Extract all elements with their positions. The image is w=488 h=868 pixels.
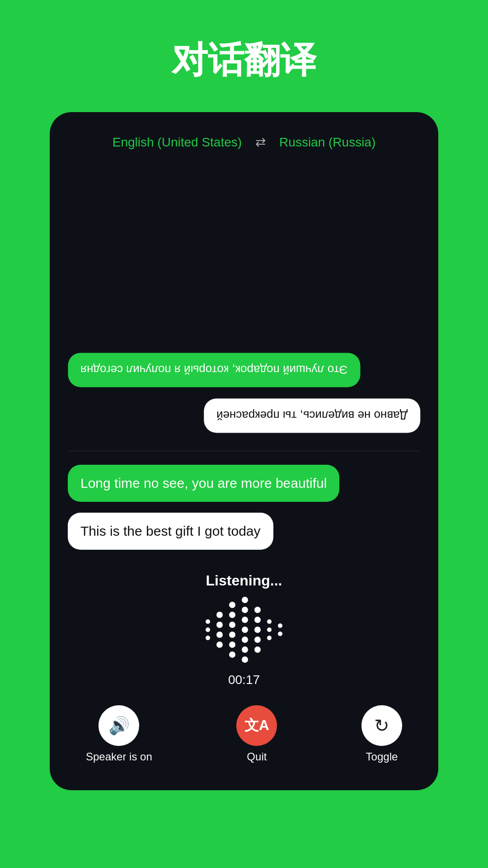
dot [216,612,223,618]
dot [206,627,210,632]
target-language[interactable]: Russian (Russia) [279,135,375,150]
audio-waveform [206,598,282,661]
quit-button[interactable]: 文A [236,705,277,746]
waveform-col-5 [254,607,261,653]
dot [254,607,261,613]
quit-icon: 文A [244,716,269,736]
waveform-col-3 [229,602,235,658]
toggle-icon: ↻ [374,715,389,736]
dot [242,646,248,653]
dot [254,637,261,643]
speaker-icon: 🔊 [108,716,130,736]
dot [216,632,223,638]
toggle-control: ↻ Toggle [361,705,402,763]
message-ru1: Это лучший подарок, который я получил се… [68,353,360,387]
speaker-control: 🔊 Speaker is on [86,705,152,763]
dot [229,622,235,628]
dot [229,651,235,658]
dot [242,656,248,663]
dot [267,636,272,640]
dot [229,602,235,608]
dot [229,612,235,618]
dot [229,642,235,648]
listening-status: Listening... [206,572,282,589]
dot [216,622,223,628]
dot [278,632,282,636]
quit-label: Quit [247,750,267,763]
dot [254,617,261,623]
message-ru2: Давно не виделись, ты прекрасней [204,398,420,433]
upper-chat-area: Это лучший подарок, который я получил се… [50,163,438,451]
dot [206,636,210,640]
waveform-col-4 [242,597,248,663]
bottom-controls: 🔊 Speaker is on 文A Quit ↻ Toggle [50,696,438,768]
waveform-col-2 [216,612,223,648]
page-title: 对话翻译 [172,36,316,85]
message-en2: This is the best gift I got today [68,513,273,550]
waveform-col-7 [278,623,282,636]
session-timer: 00:17 [228,673,260,687]
phone-card: English (United States) ⇄ Russian (Russi… [50,112,438,790]
language-bar: English (United States) ⇄ Russian (Russi… [50,130,438,163]
dot [242,617,248,623]
dot [254,627,261,633]
dot [242,637,248,643]
dot [267,619,272,624]
toggle-button[interactable]: ↻ [361,705,402,746]
toggle-label: Toggle [366,750,398,763]
listening-section: Listening... [50,559,438,692]
lower-chat-area: Long time no see, you are more beautiful… [50,451,438,559]
swap-languages-icon[interactable]: ⇄ [255,135,266,150]
upper-messages: Это лучший подарок, который я получил се… [68,172,420,442]
source-language[interactable]: English (United States) [113,135,242,150]
dot [267,627,272,632]
speaker-label: Speaker is on [86,750,152,763]
waveform-col-6 [267,619,272,640]
dot [242,607,248,613]
speaker-button[interactable]: 🔊 [99,705,139,746]
dot [242,597,248,603]
message-en1: Long time no see, you are more beautiful [68,465,339,502]
dot [242,627,248,633]
waveform-col-1 [206,619,210,640]
dot [254,646,261,653]
dot [278,623,282,628]
dot [206,619,210,624]
quit-control: 文A Quit [236,705,277,763]
dot [216,642,223,648]
dot [229,632,235,638]
